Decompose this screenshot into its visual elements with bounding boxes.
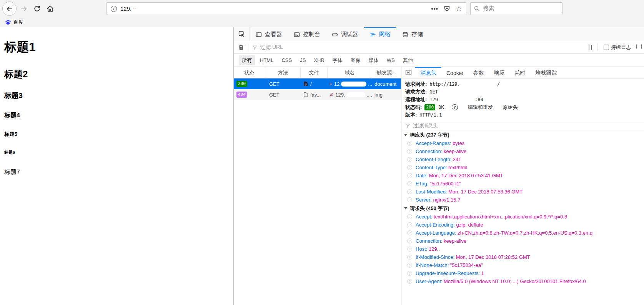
reload-icon bbox=[33, 5, 41, 12]
header-name: User-Agent bbox=[416, 278, 444, 284]
header-value: Mon, 17 Dec 2018 07:53:36 GMT bbox=[448, 189, 523, 195]
header-value: Mozilla/5.0 (Windows NT 10.0; ...) Gecko… bbox=[444, 278, 586, 284]
header-help-icon[interactable]: ? bbox=[407, 263, 412, 268]
type-filter-button[interactable]: JS bbox=[297, 56, 309, 65]
toolbar-separator bbox=[248, 43, 248, 51]
details-tab-response[interactable]: 响应 bbox=[489, 67, 510, 78]
page-actions-button[interactable]: ••• bbox=[431, 5, 438, 12]
cause-cell: img bbox=[372, 92, 401, 98]
tab-debugger[interactable]: 调试器 bbox=[326, 27, 364, 41]
header-help-icon[interactable]: ? bbox=[407, 255, 412, 260]
header-name: Content-Type bbox=[416, 165, 448, 170]
header-help-icon[interactable]: ? bbox=[407, 189, 412, 194]
request-row[interactable]: 200 GET / 12 ... document bbox=[234, 78, 401, 89]
search-bar[interactable]: 搜索 bbox=[470, 2, 562, 15]
details-tab-headers[interactable]: 消息头 bbox=[415, 67, 441, 78]
toolbar-separator bbox=[597, 43, 597, 51]
type-filter-button[interactable]: 图像 bbox=[348, 55, 364, 65]
pocket-button[interactable] bbox=[444, 5, 450, 12]
response-headers-section[interactable]: 响应头 (237 字节) bbox=[401, 130, 644, 139]
request-headers-list: ? Accept text/html,application/xhtml+xm.… bbox=[401, 213, 644, 285]
filter-url-input[interactable]: 过滤 URL bbox=[252, 44, 283, 51]
type-filter-button[interactable]: 字体 bbox=[329, 55, 346, 65]
details-tab-params[interactable]: 参数 bbox=[468, 67, 489, 78]
header-help-icon[interactable]: ? bbox=[407, 214, 412, 219]
tab-storage[interactable]: 存储 bbox=[396, 27, 429, 41]
tab-label: 控制台 bbox=[303, 31, 320, 38]
summary-version: 版本: HTTP/1.1 bbox=[405, 111, 644, 119]
header-name: Connection bbox=[416, 148, 444, 154]
baidu-paw-icon bbox=[5, 19, 11, 25]
close-split-view-button[interactable] bbox=[401, 67, 415, 78]
header-help-icon[interactable]: ? bbox=[407, 197, 412, 202]
column-file[interactable]: 文件 bbox=[301, 67, 328, 78]
star-icon: ☆ bbox=[456, 5, 462, 12]
column-cause[interactable]: 触发源... bbox=[372, 67, 401, 78]
page-heading-2: 标题2 bbox=[4, 69, 233, 80]
column-method[interactable]: 方法 bbox=[265, 67, 301, 78]
pick-element-button[interactable] bbox=[234, 27, 250, 41]
file-name: / bbox=[310, 81, 312, 87]
domain-text: 12 bbox=[334, 81, 339, 87]
tab-label: 调试器 bbox=[341, 31, 358, 38]
content-row: 标题1 标题2 标题3 标题4 标题5 标题6 标题7 查看器 控制台 bbox=[0, 27, 644, 305]
details-tab-timings[interactable]: 耗时 bbox=[510, 67, 531, 78]
filter-headers-input[interactable]: 过滤消息头 bbox=[401, 121, 644, 130]
header-help-icon[interactable]: ? bbox=[407, 141, 412, 146]
header-value: nginx/1.15.7 bbox=[433, 197, 461, 203]
page-heading-4: 标题4 bbox=[4, 112, 233, 119]
forward-button[interactable] bbox=[18, 3, 30, 15]
back-button[interactable] bbox=[2, 2, 17, 16]
type-filter-button[interactable]: 媒体 bbox=[366, 55, 382, 65]
type-filter-button[interactable]: HTML bbox=[257, 56, 276, 65]
status-help-icon[interactable]: ? bbox=[452, 104, 458, 110]
summary-status: 状态码: 200 OK ? 编辑和重发 原始头 bbox=[405, 103, 644, 111]
request-headers-section[interactable]: 请求头 (450 字节) bbox=[401, 204, 644, 213]
header-help-icon[interactable]: ? bbox=[407, 247, 412, 252]
request-row[interactable]: 404 GET fav... 129. .... img bbox=[234, 89, 401, 100]
clear-requests-button[interactable] bbox=[238, 44, 244, 50]
details-tab-cookies[interactable]: Cookie bbox=[441, 67, 468, 78]
type-filter-button[interactable]: CSS bbox=[278, 56, 295, 65]
pause-button[interactable] bbox=[587, 45, 593, 50]
type-filter-button[interactable]: 其他 bbox=[400, 55, 416, 65]
header-help-icon[interactable]: ? bbox=[407, 157, 412, 162]
tab-console[interactable]: 控制台 bbox=[288, 27, 326, 41]
header-name: Accept-Encoding bbox=[416, 222, 456, 228]
home-button[interactable] bbox=[44, 3, 56, 15]
header-help-icon[interactable]: ? bbox=[407, 222, 412, 227]
header-help-icon[interactable]: ? bbox=[407, 238, 412, 243]
header-help-icon[interactable]: ? bbox=[407, 165, 412, 170]
persist-log-box[interactable] bbox=[604, 45, 609, 50]
disable-cache-box[interactable] bbox=[636, 44, 642, 49]
details-tab-stacktrace[interactable]: 堆栈跟踪 bbox=[531, 67, 562, 78]
persist-log-checkbox[interactable]: 持续日志 bbox=[604, 44, 631, 51]
header-help-icon[interactable]: ? bbox=[407, 181, 412, 186]
header-help-icon[interactable]: ? bbox=[407, 279, 412, 284]
url-bar[interactable]: i 129. ·· ••• ☆ bbox=[107, 2, 466, 15]
bookmark-star-button[interactable]: ☆ bbox=[456, 5, 462, 12]
raw-headers-button[interactable]: 原始头 bbox=[503, 104, 518, 111]
header-row: ? ETag "5c175600-f1" bbox=[401, 180, 644, 188]
type-filter-button[interactable]: XHR bbox=[311, 56, 327, 65]
reload-button[interactable] bbox=[31, 3, 43, 15]
remote-prefix: 129 bbox=[429, 97, 438, 102]
disable-cache-checkbox[interactable] bbox=[636, 44, 642, 51]
site-info-icon[interactable]: i bbox=[111, 6, 117, 12]
header-help-icon[interactable]: ? bbox=[407, 230, 412, 235]
edit-resend-button[interactable]: 编辑和重发 bbox=[468, 104, 493, 111]
type-filter-button[interactable]: 所有 bbox=[239, 55, 255, 65]
tab-network[interactable]: 网络 bbox=[364, 27, 396, 41]
bookmark-baidu[interactable]: 百度 bbox=[5, 19, 23, 26]
network-icon bbox=[370, 32, 376, 38]
page-heading-6: 标题6 bbox=[4, 150, 233, 155]
tab-label: 网络 bbox=[379, 31, 391, 38]
header-row: ? Host 129.. bbox=[401, 245, 644, 253]
tab-inspector[interactable]: 查看器 bbox=[250, 27, 288, 41]
column-domain[interactable]: 域名 bbox=[328, 67, 372, 78]
type-filter-button[interactable]: WS bbox=[384, 56, 398, 65]
header-help-icon[interactable]: ? bbox=[407, 149, 412, 154]
header-help-icon[interactable]: ? bbox=[407, 271, 412, 276]
column-status[interactable]: 状态 bbox=[234, 67, 265, 78]
header-help-icon[interactable]: ? bbox=[407, 173, 412, 178]
